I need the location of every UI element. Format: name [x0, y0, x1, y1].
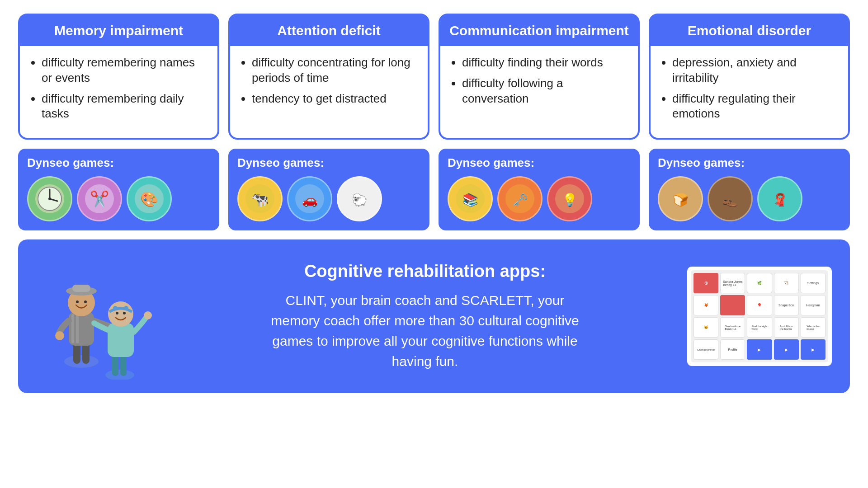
svg-text:👞: 👞 — [722, 192, 738, 207]
svg-point-45 — [124, 306, 128, 310]
game-icon-circle-1c: 🎨 — [127, 176, 172, 221]
svg-point-48 — [144, 311, 152, 319]
game-card-memory: Dynseo games: ✂️ — [18, 149, 219, 230]
app-cell: Settings — [801, 273, 826, 293]
emotional-card-title: Emotional disorder — [688, 23, 811, 38]
svg-rect-35 — [72, 285, 90, 292]
list-item: difficulty remembering names or events — [42, 55, 207, 86]
rehab-title: Cognitive rehabilitation apps: — [304, 262, 546, 281]
bottom-text-area: Cognitive rehabilitation apps: CLINT, yo… — [181, 262, 669, 371]
scissors-icon: ✂️ — [84, 183, 115, 215]
game-icon-circle-2b: 🚗 — [287, 176, 332, 221]
app-screenshot: ① Sandra JonesBendy 11 🌿 🏹 Settings 🦊 🎈 … — [687, 267, 832, 366]
svg-text:🐑: 🐑 — [352, 192, 368, 207]
emotional-card-body: depression, anxiety and irritability dif… — [651, 46, 848, 138]
game-card-communication: Dynseo games: 📚 🗝️ 💡 — [439, 149, 640, 230]
svg-text:🍞: 🍞 — [673, 192, 689, 207]
svg-point-43 — [108, 301, 133, 327]
sheep-icon: 🐑 — [344, 183, 375, 215]
list-item: depression, anxiety and irritability — [672, 55, 837, 86]
scarf-icon: 🧣 — [764, 183, 796, 215]
attention-card: Attention deficit difficulty concentrati… — [228, 14, 429, 140]
svg-point-4 — [48, 197, 51, 200]
characters-svg — [36, 253, 163, 380]
memory-card: Memory impairment difficulty remembering… — [18, 14, 219, 140]
app-cell: 🦊 — [693, 295, 718, 315]
app-cell: Sandra JonesBendy 11 — [720, 273, 745, 293]
key-icon: 🗝️ — [504, 183, 536, 215]
app-cell: April fills inthe blanks — [774, 317, 799, 338]
shoe-icon: 👞 — [714, 183, 746, 215]
app-cell: Hangman — [801, 295, 826, 315]
game-icon-circle-3b: 🗝️ — [497, 176, 542, 221]
list-item: difficulty remembering daily tasks — [42, 91, 207, 122]
app-cell: Sandra AnneBendy 11 — [720, 317, 745, 338]
app-cell: Shape Box — [774, 295, 799, 315]
info-cards-row: Memory impairment difficulty remembering… — [18, 14, 850, 140]
cow-icon: 🐄 — [244, 183, 276, 215]
app-cell: ① — [693, 273, 718, 293]
svg-point-27 — [64, 355, 99, 368]
game-icon-circle-3a: 📚 — [448, 176, 493, 221]
emotional-card: Emotional disorder depression, anxiety a… — [649, 14, 850, 140]
bread-icon: 🍞 — [665, 183, 696, 215]
game-icon-circle-1a — [27, 176, 72, 221]
svg-text:💡: 💡 — [562, 192, 578, 207]
communication-card-body: difficulty finding their words difficult… — [440, 46, 638, 122]
game-label-1: Dynseo games: — [27, 156, 114, 170]
communication-card-header: Communication impairment — [440, 15, 638, 46]
books-icon: 📚 — [454, 183, 486, 215]
emotional-card-list: depression, anxiety and irritability dif… — [661, 55, 837, 122]
app-cell: 🎈 — [747, 295, 772, 315]
svg-rect-42 — [108, 323, 134, 357]
game-icons-3: 📚 🗝️ 💡 — [448, 176, 592, 221]
game-card-emotional: Dynseo games: 🍞 👞 🧣 — [649, 149, 850, 230]
game-icon-circle-4b: 👞 — [708, 176, 753, 221]
svg-point-37 — [84, 300, 87, 303]
list-item: tendency to get distracted — [252, 91, 417, 107]
bulb-icon: 💡 — [554, 183, 585, 215]
app-cell: ▶ — [747, 339, 772, 360]
attention-card-body: difficulty concentrating for long period… — [230, 46, 428, 122]
app-cell: 🏹 — [774, 273, 799, 293]
game-icon-circle-4a: 🍞 — [658, 176, 703, 221]
game-icon-circle-2c: 🐑 — [337, 176, 382, 221]
app-cell: ▶ — [774, 339, 799, 360]
memory-card-body: difficulty remembering names or events d… — [20, 46, 217, 138]
app-cell: Change profile — [693, 339, 718, 360]
app-cell: ▶ — [801, 339, 826, 360]
app-cell: Profile — [720, 339, 745, 360]
list-item: difficulty concentrating for long period… — [252, 55, 417, 86]
communication-card-title: Communication impairment — [449, 23, 629, 38]
game-icon-circle-2a: 🐄 — [237, 176, 283, 221]
svg-point-38 — [55, 331, 64, 340]
app-cell — [720, 295, 745, 315]
emotional-card-header: Emotional disorder — [651, 15, 848, 46]
list-item: difficulty following a conversation — [462, 76, 627, 107]
car-icon: 🚗 — [294, 183, 326, 215]
communication-card-list: difficulty finding their words difficult… — [451, 55, 627, 106]
svg-text:✂️: ✂️ — [90, 190, 109, 208]
game-icons-1: ✂️ 🎨 — [27, 176, 172, 221]
attention-card-list: difficulty concentrating for long period… — [241, 55, 417, 106]
svg-point-46 — [116, 312, 118, 314]
game-label-4: Dynseo games: — [658, 156, 745, 170]
bottom-section: Cognitive rehabilitation apps: CLINT, yo… — [18, 239, 850, 393]
game-icon-circle-3c: 💡 — [547, 176, 592, 221]
svg-text:🐄: 🐄 — [251, 191, 269, 208]
svg-rect-32 — [76, 314, 79, 343]
svg-rect-31 — [71, 314, 74, 343]
list-item: difficulty regulating their emotions — [672, 91, 837, 122]
game-icons-4: 🍞 👞 🧣 — [658, 176, 802, 221]
memory-card-list: difficulty remembering names or events d… — [31, 55, 207, 122]
attention-card-header: Attention deficit — [230, 15, 428, 46]
clock-icon — [34, 183, 66, 215]
palette-icon: 🎨 — [133, 183, 165, 215]
svg-point-44 — [113, 306, 118, 310]
game-icon-circle-4c: 🧣 — [757, 176, 802, 221]
game-icon-circle-1b: ✂️ — [77, 176, 122, 221]
svg-point-47 — [123, 312, 126, 314]
app-mock-grid: ① Sandra JonesBendy 11 🌿 🏹 Settings 🦊 🎈 … — [691, 270, 828, 362]
rehab-description: CLINT, your brain coach and SCARLETT, yo… — [267, 290, 583, 371]
svg-point-39 — [105, 370, 134, 380]
